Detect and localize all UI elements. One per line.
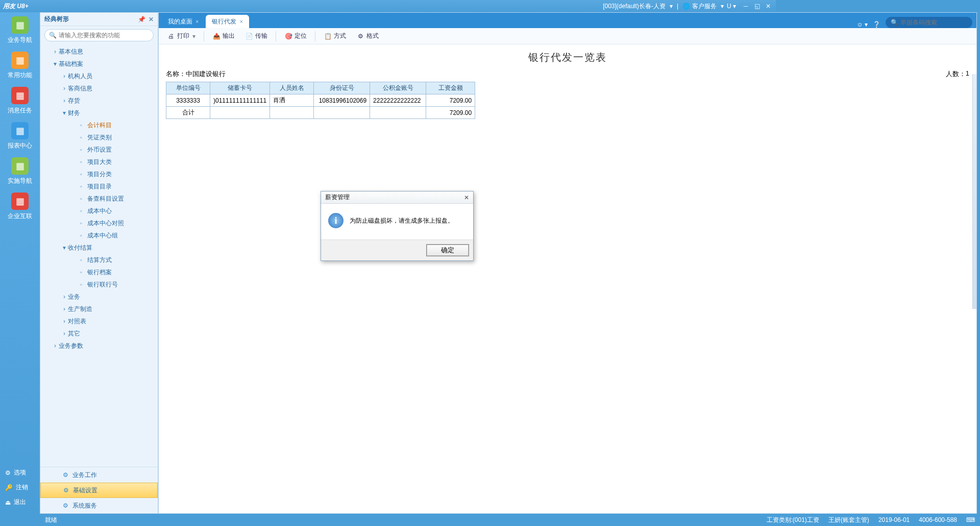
- twisty-icon[interactable]: ›: [61, 97, 68, 104]
- tree-node[interactable]: ›业务参数: [40, 340, 158, 352]
- tree-search-input[interactable]: [59, 32, 149, 39]
- col-header[interactable]: 公积金账号: [370, 82, 426, 94]
- col-header[interactable]: 身份证号: [314, 82, 370, 94]
- dialog-close-icon[interactable]: ✕: [464, 194, 469, 201]
- tree-label: 结算方式: [87, 256, 112, 265]
- tree-node[interactable]: ›机构人员: [40, 70, 158, 82]
- window-minimize-icon[interactable]: ─: [741, 2, 750, 10]
- tree-node[interactable]: ›业务: [40, 291, 158, 303]
- left-rail: ▦业务导航▦常用功能▦消息任务▦报表中心▦实施导航▦企业互联 ⚙选项🔑注销⏏退出: [0, 12, 40, 417]
- chevron-down-icon[interactable]: ▾: [192, 33, 195, 40]
- tree-label: 外币设置: [87, 146, 112, 154]
- doc-icon: ▫: [77, 195, 85, 203]
- tree-node[interactable]: ▾财务: [40, 107, 158, 119]
- printer-icon: 🖨: [167, 32, 175, 40]
- locate-button[interactable]: 🎯定位: [280, 31, 311, 41]
- tree-label: 银行档案: [87, 268, 112, 277]
- tree-node[interactable]: ›存货: [40, 94, 158, 107]
- tree-close-icon[interactable]: ✕: [149, 16, 154, 23]
- rail-item-0[interactable]: ▦业务导航: [0, 12, 40, 47]
- twisty-icon[interactable]: ›: [52, 342, 59, 349]
- window-close-icon[interactable]: ✕: [764, 2, 773, 10]
- rail-item-3[interactable]: ▦报表中心: [0, 118, 40, 153]
- account-dropdown-icon[interactable]: ▾: [670, 3, 673, 10]
- col-header[interactable]: 单位编号: [166, 82, 210, 94]
- twisty-icon[interactable]: ›: [52, 48, 59, 55]
- list-icon: 📋: [324, 32, 332, 40]
- rail-icon: ▦: [11, 157, 29, 175]
- tree-node[interactable]: ›对照表: [40, 315, 158, 327]
- print-button[interactable]: 🖨打印▾: [163, 31, 200, 41]
- transfer-button[interactable]: 📄传输: [241, 31, 272, 41]
- window-restore-icon[interactable]: ◱: [752, 2, 762, 10]
- data-grid[interactable]: 单位编号储蓄卡号人员姓名身份证号公积金账号工资金额 3333333)011111…: [166, 82, 475, 119]
- twisty-icon[interactable]: ›: [61, 305, 68, 313]
- tab[interactable]: 银行代发×: [206, 15, 249, 28]
- doc-icon: ▫: [77, 207, 85, 215]
- tree-node[interactable]: ›客商信息: [40, 82, 158, 94]
- service-link[interactable]: 客户服务: [692, 2, 717, 11]
- col-header[interactable]: 人员姓名: [270, 82, 314, 94]
- tree-label: 其它: [68, 329, 80, 338]
- dialog-title: 薪资管理: [325, 193, 350, 202]
- twisty-icon[interactable]: ›: [61, 293, 68, 300]
- tree-label: 业务参数: [59, 342, 83, 350]
- tab-close-icon[interactable]: ×: [195, 18, 199, 25]
- ok-button[interactable]: 确定: [426, 244, 469, 256]
- tab-close-icon[interactable]: ×: [239, 18, 242, 25]
- tree-label: 机构人员: [68, 72, 92, 81]
- rail-label: 企业互联: [0, 212, 40, 221]
- tree-node[interactable]: ▫成本中心对照: [40, 217, 158, 229]
- gear-icon: ⚙: [356, 32, 364, 40]
- tree-node[interactable]: ▾收付结算: [40, 242, 158, 254]
- twisty-icon[interactable]: ›: [61, 318, 68, 325]
- tree-node[interactable]: ▫项目分类: [40, 168, 158, 180]
- rail-item-5[interactable]: ▦企业互联: [0, 188, 40, 224]
- doc-icon: ▫: [77, 146, 85, 154]
- doc-icon: ▫: [77, 182, 85, 190]
- doc-icon: ▫: [77, 219, 85, 227]
- mode-button[interactable]: 📋方式: [320, 31, 350, 41]
- twisty-icon[interactable]: ▾: [61, 109, 68, 116]
- info-icon: i: [328, 213, 344, 228]
- tree-node[interactable]: ▫会计科目: [40, 119, 158, 131]
- tab-label: 银行代发: [212, 17, 236, 26]
- twisty-icon[interactable]: ▾: [61, 244, 68, 251]
- tree-node[interactable]: ▫银行联行号: [40, 278, 158, 291]
- tree-node[interactable]: ▫外币设置: [40, 144, 158, 156]
- export-icon: 📤: [212, 32, 220, 40]
- pin-icon[interactable]: 📌: [138, 16, 145, 23]
- tree-body[interactable]: ›基本信息▾基础档案›机构人员›客商信息›存货▾财务▫会计科目▫凭证类别▫外币设…: [40, 44, 158, 417]
- tree-node[interactable]: ▫成本中心组: [40, 229, 158, 242]
- col-header[interactable]: 储蓄卡号: [210, 82, 270, 94]
- table-row[interactable]: 3333333)011111111111111肖洒108319961020692…: [166, 94, 475, 107]
- tree-label: 项目分类: [87, 170, 112, 179]
- twisty-icon[interactable]: ▾: [52, 60, 59, 67]
- tree-node[interactable]: ▫备查科目设置: [40, 193, 158, 205]
- col-header[interactable]: 工资金额: [426, 82, 475, 94]
- rail-item-1[interactable]: ▦常用功能: [0, 47, 40, 83]
- account-info[interactable]: [003](default)长春-人资: [603, 2, 666, 11]
- service-dropdown-icon[interactable]: ▾: [721, 3, 724, 10]
- tree-label: 成本中心: [87, 207, 112, 216]
- twisty-icon[interactable]: ›: [61, 73, 68, 80]
- rail-item-4[interactable]: ▦实施导航: [0, 153, 40, 188]
- tree-node[interactable]: ›生产制造: [40, 303, 158, 315]
- twisty-icon[interactable]: ›: [61, 330, 68, 337]
- tree-node[interactable]: ▫成本中心: [40, 205, 158, 217]
- tree-search[interactable]: 🔍: [44, 29, 154, 41]
- toolbar: 🖨打印▾ 📤输出 📄传输 🎯定位 📋方式 ⚙格式: [159, 28, 776, 44]
- format-button[interactable]: ⚙格式: [352, 31, 383, 41]
- tree-node[interactable]: ▫项目大类: [40, 156, 158, 168]
- tree-node[interactable]: ▫结算方式: [40, 254, 158, 266]
- tree-node[interactable]: ▫银行档案: [40, 266, 158, 278]
- tree-node[interactable]: ›其它: [40, 327, 158, 340]
- output-button[interactable]: 📤输出: [208, 31, 239, 41]
- tree-node[interactable]: ▾基础档案: [40, 58, 158, 70]
- tree-node[interactable]: ▫凭证类别: [40, 131, 158, 144]
- tab[interactable]: 我的桌面×: [162, 15, 205, 28]
- twisty-icon[interactable]: ›: [61, 85, 68, 92]
- tree-node[interactable]: ▫项目目录: [40, 180, 158, 193]
- tree-node[interactable]: ›基本信息: [40, 45, 158, 58]
- rail-item-2[interactable]: ▦消息任务: [0, 83, 40, 118]
